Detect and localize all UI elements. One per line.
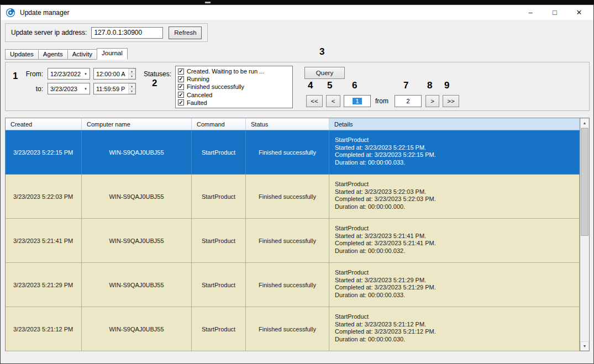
cell-status: Finished successfully [246,130,329,174]
column-header-status[interactable]: Status [246,118,329,130]
cell-status: Finished successfully [246,307,329,351]
column-header-computer-name[interactable]: Computer name [82,118,192,130]
scroll-down-icon[interactable]: ▼ [580,341,589,351]
server-address-groupbox: Update server ip address: 127.0.0.1:3090… [5,23,208,42]
close-button[interactable]: ✕ [567,5,591,20]
annotation-8: 8 [427,80,432,91]
cell-command: StartProduct [192,263,246,307]
vertical-scrollbar[interactable]: ▲ ▼ [580,118,589,351]
cell-details: StartProduct Started at: 3/23/2023 5:22:… [329,130,580,174]
status-checkbox-label: Created. Waiting to be run ... [187,68,264,75]
pagination-prev-button[interactable]: < [326,95,340,107]
checkbox-checked-icon[interactable]: ✓ [178,84,184,90]
from-date-value: 12/23/2022 [48,71,82,77]
pagination-first-button[interactable]: << [306,95,323,107]
column-header-command[interactable]: Command [192,118,246,130]
chevron-down-icon[interactable]: ▼ [82,68,90,79]
statuses-checklist: ✓ Created. Waiting to be run ... ✓ Runni… [175,66,293,108]
app-logo-icon [6,8,15,17]
pagination-from-label: from [375,97,388,105]
cell-details: StartProduct Started at: 3/23/2023 5:21:… [329,307,580,351]
cell-computer-name: WIN-S9QAJ0UBJ55 [82,219,192,262]
cell-status: Finished successfully [246,175,329,218]
table-row[interactable]: 3/23/2023 5:22:15 PM WIN-S9QAJ0UBJ55 Sta… [6,130,580,175]
maximize-button[interactable]: □ [543,5,567,20]
status-checkbox-label: Running [187,76,209,82]
spin-up-icon[interactable]: ▲ [128,68,135,74]
screen-top-strip [0,0,594,4]
scrollbar-thumb[interactable] [581,128,588,236]
chevron-down-icon[interactable]: ▼ [82,83,90,94]
cell-status: Finished successfully [246,219,329,262]
total-pages-input[interactable]: 2 [395,95,422,107]
column-header-created[interactable]: Created [6,118,82,130]
checkbox-checked-icon[interactable]: ✓ [178,76,184,82]
status-checkbox-label: Canceled [187,92,212,98]
checkbox-checked-icon[interactable]: ✓ [178,99,184,105]
tab-agents[interactable]: Agents [38,49,68,60]
cell-details: StartProduct Started at: 3/23/2023 5:21:… [329,219,580,262]
status-checkbox-item[interactable]: ✓ Faulted [178,99,290,107]
from-time-picker[interactable]: 12:00:00 A ▲ ▼ [93,68,136,80]
query-button[interactable]: Query [304,67,345,79]
cell-details: StartProduct Started at: 3/23/2023 5:21:… [329,263,580,307]
cell-command: StartProduct [192,219,246,262]
cell-command: StartProduct [192,307,246,351]
cell-computer-name: WIN-S9QAJ0UBJ55 [82,130,192,174]
spin-down-icon[interactable]: ▼ [128,74,135,80]
cell-created: 3/23/2023 5:21:41 PM [6,219,82,262]
window-controls: – □ ✕ [518,5,591,20]
refresh-button[interactable]: Refresh [169,27,202,39]
checkbox-checked-icon[interactable]: ✓ [178,92,184,98]
status-checkbox-item[interactable]: ✓ Running [178,75,290,83]
status-checkbox-item[interactable]: ✓ Created. Waiting to be run ... [178,67,290,75]
statuses-label: Statuses: [144,70,171,78]
from-label: From: [17,70,43,78]
cell-computer-name: WIN-S9QAJ0UBJ55 [82,307,192,351]
from-time-spinner: ▲ ▼ [128,68,135,79]
current-page-input[interactable]: 1 [344,95,371,107]
cell-computer-name: WIN-S9QAJ0UBJ55 [82,175,192,218]
from-date-picker[interactable]: 12/23/2022 ▼ [48,68,90,80]
scroll-up-icon[interactable]: ▲ [580,118,589,128]
tab-updates[interactable]: Updates [5,49,39,60]
server-address-input[interactable]: 127.0.0.1:30900 [91,27,163,39]
status-checkbox-item[interactable]: ✓ Canceled [178,91,290,99]
pagination-next-button[interactable]: > [425,95,439,107]
table-row[interactable]: 3/23/2023 5:22:03 PM WIN-S9QAJ0UBJ55 Sta… [6,175,580,219]
annotation-2: 2 [152,78,157,89]
server-address-label: Update server ip address: [11,29,87,36]
grid-content: Created Computer name Command Status Det… [6,118,580,351]
status-checkbox-item[interactable]: ✓ Finished successfully [178,83,290,91]
cell-details: StartProduct Started at: 3/23/2023 5:22:… [329,175,580,218]
minimize-button[interactable]: – [518,5,543,20]
annotation-1: 1 [13,71,18,82]
update-manager-window: Update manager – □ ✕ Update server ip ad… [0,4,594,364]
checkbox-checked-icon[interactable]: ✓ [178,68,184,75]
to-date-value: 3/23/2023 [48,86,82,92]
cell-command: StartProduct [192,175,246,218]
to-time-value: 11:59:59 P [94,86,128,92]
filter-groupbox: From: to: 12/23/2022 ▼ 12:00:00 A ▲ ▼ 3/… [5,62,590,111]
spin-down-icon[interactable]: ▼ [128,89,135,94]
to-label: to: [17,85,43,93]
spin-up-icon[interactable]: ▲ [128,83,135,89]
cell-computer-name: WIN-S9QAJ0UBJ55 [82,263,192,307]
tab-journal[interactable]: Journal [97,48,128,60]
to-time-picker[interactable]: 11:59:59 P ▲ ▼ [93,83,136,94]
status-checkbox-label: Faulted [187,99,207,106]
table-row[interactable]: 3/23/2023 5:21:12 PM WIN-S9QAJ0UBJ55 Sta… [6,307,580,351]
current-page-value: 1 [353,98,361,104]
cell-status: Finished successfully [246,263,329,307]
annotation-4: 4 [308,80,313,91]
tab-activity[interactable]: Activity [67,49,97,60]
table-row[interactable]: 3/23/2023 5:21:41 PM WIN-S9QAJ0UBJ55 Sta… [6,219,580,263]
table-row[interactable]: 3/23/2023 5:21:29 PM WIN-S9QAJ0UBJ55 Sta… [6,263,580,307]
column-header-details[interactable]: Details [329,118,580,130]
annotation-3: 3 [319,46,324,57]
tab-strip: Updates Agents Activity Journal [5,48,128,60]
annotation-5: 5 [327,80,332,91]
to-date-picker[interactable]: 3/23/2023 ▼ [48,83,90,94]
to-time-spinner: ▲ ▼ [128,83,135,94]
pagination-last-button[interactable]: >> [443,95,459,107]
